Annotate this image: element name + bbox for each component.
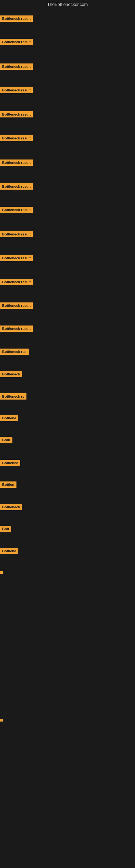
- bottleneck-badge-11[interactable]: Bottleneck result: [0, 255, 33, 261]
- bottleneck-item-16: Bottleneck: [0, 371, 22, 378]
- bottleneck-item-15: Bottleneck res: [0, 348, 29, 356]
- bottleneck-badge-17[interactable]: Bottleneck re: [0, 393, 27, 400]
- bottleneck-item-18: Bottlene: [0, 415, 18, 422]
- bottleneck-item-14: Bottleneck result: [0, 326, 33, 333]
- bottleneck-badge-13[interactable]: Bottleneck result: [0, 303, 33, 309]
- bottleneck-badge-1[interactable]: Bottleneck result: [0, 16, 33, 22]
- bottleneck-item-21: Bottlen: [0, 482, 16, 489]
- bottleneck-item-19: Bottl: [0, 437, 12, 444]
- bottleneck-item-17: Bottleneck re: [0, 393, 27, 401]
- bottleneck-badge-15[interactable]: Bottleneck res: [0, 348, 29, 355]
- bottleneck-item-9: Bottleneck result: [0, 207, 33, 214]
- bottleneck-badge-14[interactable]: Bottleneck result: [0, 326, 33, 332]
- bottleneck-badge-9[interactable]: Bottleneck result: [0, 207, 33, 213]
- bottleneck-badge-3[interactable]: Bottleneck result: [0, 63, 33, 70]
- site-title: TheBottlenecker.com: [0, 0, 135, 9]
- bottleneck-item-20: Bottlenec: [0, 460, 20, 467]
- marker-26: [0, 719, 3, 721]
- bottleneck-badge-20[interactable]: Bottlenec: [0, 460, 20, 466]
- bottleneck-item-1: Bottleneck result: [0, 16, 33, 23]
- bottleneck-badge-5[interactable]: Bottleneck result: [0, 111, 33, 118]
- bottleneck-badge-10[interactable]: Bottleneck result: [0, 231, 33, 237]
- bottleneck-item-7: Bottleneck result: [0, 159, 33, 167]
- bottleneck-item-3: Bottleneck result: [0, 63, 33, 71]
- marker-25: [0, 571, 3, 574]
- bottleneck-item-23: Bott: [0, 526, 11, 533]
- bottleneck-item-4: Bottleneck result: [0, 87, 33, 94]
- bottleneck-item-5: Bottleneck result: [0, 111, 33, 119]
- bottleneck-item-22: Bottleneck: [0, 504, 22, 511]
- bottleneck-item-12: Bottleneck result: [0, 279, 33, 286]
- bottleneck-item-8: Bottleneck result: [0, 183, 33, 191]
- bottleneck-badge-6[interactable]: Bottleneck result: [0, 135, 33, 141]
- bottleneck-badge-4[interactable]: Bottleneck result: [0, 87, 33, 93]
- bottleneck-item-2: Bottleneck result: [0, 39, 33, 46]
- bottleneck-item-6: Bottleneck result: [0, 135, 33, 143]
- bottleneck-item-13: Bottleneck result: [0, 303, 33, 310]
- bottleneck-badge-16[interactable]: Bottleneck: [0, 371, 22, 377]
- bottleneck-badge-21[interactable]: Bottlen: [0, 482, 16, 488]
- bottleneck-badge-23[interactable]: Bott: [0, 526, 11, 532]
- bottleneck-item-10: Bottleneck result: [0, 231, 33, 239]
- bottleneck-badge-8[interactable]: Bottleneck result: [0, 183, 33, 190]
- bottleneck-item-24: Bottlene: [0, 548, 18, 555]
- bottleneck-badge-7[interactable]: Bottleneck result: [0, 159, 33, 166]
- bottleneck-badge-18[interactable]: Bottlene: [0, 415, 18, 421]
- bottleneck-badge-22[interactable]: Bottleneck: [0, 504, 22, 510]
- bottleneck-badge-12[interactable]: Bottleneck result: [0, 279, 33, 285]
- bottleneck-item-11: Bottleneck result: [0, 255, 33, 262]
- bottleneck-badge-24[interactable]: Bottlene: [0, 548, 18, 554]
- bottleneck-badge-2[interactable]: Bottleneck result: [0, 39, 33, 45]
- bottleneck-badge-19[interactable]: Bottl: [0, 437, 12, 443]
